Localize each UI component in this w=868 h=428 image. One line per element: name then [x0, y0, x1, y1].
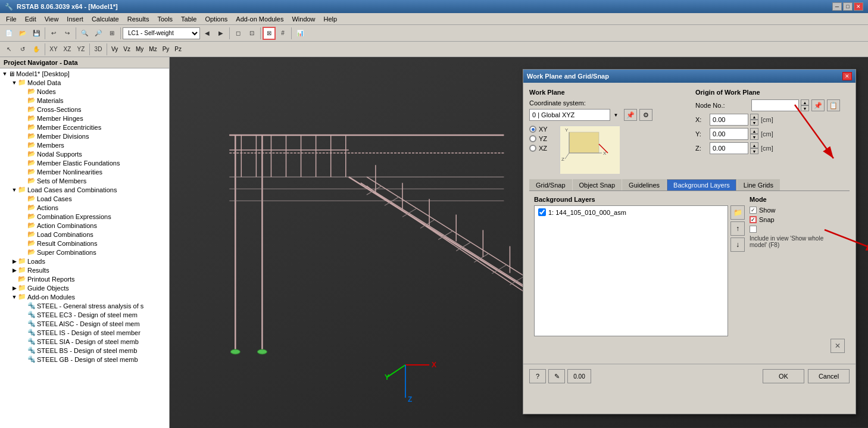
new-btn[interactable]: 📄	[2, 27, 15, 40]
tree-result-combinations[interactable]: 📂 Result Combinations	[1, 239, 168, 248]
menu-help[interactable]: Help	[320, 15, 341, 23]
number-btn[interactable]: 0.00	[567, 369, 591, 383]
cancel-btn[interactable]: Cancel	[808, 369, 850, 383]
tab-object-snap[interactable]: Object Snap	[573, 179, 622, 190]
coord-system-input[interactable]	[529, 109, 622, 121]
move-up-btn[interactable]: ↑	[730, 221, 745, 236]
show-checkbox-item[interactable]: ✓ Show	[750, 207, 845, 214]
tree-members[interactable]: 📂 Members	[1, 140, 168, 149]
close-btn[interactable]: ✕	[854, 2, 863, 11]
tree-add-on-modules[interactable]: ▼ 📁 Add-on Modules	[1, 292, 168, 301]
tree-combo-expressions[interactable]: 📂 Combination Expressions	[1, 212, 168, 221]
select-btn[interactable]: ↖	[2, 43, 15, 56]
y-input[interactable]	[710, 128, 748, 140]
lcc-toggle[interactable]: ▼	[11, 186, 18, 193]
loads-toggle[interactable]: ▶	[11, 258, 18, 265]
tree-cross-sections[interactable]: 📂 Cross-Sections	[1, 105, 168, 114]
menu-results[interactable]: Results	[124, 15, 153, 23]
tree-materials[interactable]: 📂 Materials	[1, 96, 168, 105]
menu-window[interactable]: Window	[288, 15, 319, 23]
tree-load-cases-combo[interactable]: ▼ 📁 Load Cases and Combinations	[1, 185, 168, 194]
dialog-close-btn[interactable]: ✕	[842, 72, 852, 80]
show-checkbox[interactable]: ✓	[750, 207, 757, 214]
tree-steel-bs[interactable]: 🔩 STEEL BS - Design of steel memb	[1, 346, 168, 355]
zoom-in-btn[interactable]: 🔍	[78, 27, 91, 40]
x-spin-down[interactable]: ▼	[750, 120, 758, 126]
radio-xz[interactable]: XZ	[529, 145, 548, 152]
node-no-input[interactable]	[751, 99, 799, 111]
tree-steel-aisc[interactable]: 🔩 STEEL AISC - Design of steel mem	[1, 319, 168, 328]
menu-options[interactable]: Options	[201, 15, 231, 23]
menu-tools[interactable]: Tools	[154, 15, 176, 23]
include-checkbox[interactable]	[750, 226, 757, 233]
coord-system-combo-wrapper[interactable]: ▼	[529, 109, 622, 121]
tree-member-elastic[interactable]: 📂 Member Elastic Foundations	[1, 158, 168, 167]
menu-table[interactable]: Table	[177, 15, 200, 23]
tree-member-hinges[interactable]: 📂 Member Hinges	[1, 114, 168, 123]
add-layer-btn[interactable]: 📁	[730, 205, 745, 220]
tree-actions[interactable]: 📂 Actions	[1, 203, 168, 212]
bg-list-item-1[interactable]: 1: 144_105_010_000_asm	[536, 207, 726, 217]
node-no-spin-down[interactable]: ▼	[801, 105, 809, 111]
snap-checkbox-item[interactable]: ✓ Snap	[750, 216, 845, 223]
move-down-btn[interactable]: ↓	[730, 238, 745, 252]
tree-sets-of-members[interactable]: 📂 Sets of Members	[1, 176, 168, 185]
view-3d-btn[interactable]: 3D	[92, 43, 105, 56]
view-yz-btn[interactable]: YZ	[74, 43, 88, 56]
node-pick-btn[interactable]: 📌	[811, 99, 825, 111]
tree-load-combinations[interactable]: 📂 Load Combinations	[1, 230, 168, 239]
menu-add-on[interactable]: Add-on Modules	[232, 15, 287, 23]
radio-yz[interactable]: YZ	[529, 135, 548, 142]
render-btn[interactable]: ◻	[232, 27, 245, 40]
nodes-toggle[interactable]	[20, 88, 27, 95]
tree-nodal-supports[interactable]: 📂 Nodal Supports	[1, 149, 168, 158]
tree-results[interactable]: ▶ 📁 Results	[1, 265, 168, 274]
view-xy-btn[interactable]: XY	[47, 43, 60, 56]
y-spin-up[interactable]: ▲	[750, 128, 758, 134]
menu-view[interactable]: View	[41, 15, 63, 23]
snap-checkbox[interactable]: ✓	[750, 216, 757, 223]
coord-pick-btn[interactable]: 📌	[624, 109, 637, 121]
addon-toggle[interactable]: ▼	[11, 293, 18, 301]
coord-dropdown-arrow[interactable]: ▼	[610, 109, 622, 121]
tab-line-grids[interactable]: Line Grids	[737, 179, 780, 190]
rotate-btn[interactable]: ↺	[16, 43, 29, 56]
tree-super-combinations[interactable]: 📂 Super Combinations	[1, 248, 168, 257]
ok-btn[interactable]: OK	[763, 369, 804, 383]
delete-layer-btn[interactable]: ✕	[830, 339, 845, 353]
tab-background-layers[interactable]: Background Layers	[667, 179, 736, 190]
z-input[interactable]	[710, 142, 748, 154]
root-toggle[interactable]: ▼	[1, 70, 8, 77]
coord-more-btn[interactable]: ⚙	[639, 109, 652, 121]
save-btn[interactable]: 💾	[30, 27, 43, 40]
tree-load-cases[interactable]: 📂 Load Cases	[1, 194, 168, 203]
z-spin-up[interactable]: ▲	[750, 142, 758, 148]
tree-member-eccentricities[interactable]: 📂 Member Eccentricities	[1, 123, 168, 132]
tab-guidelines[interactable]: Guidelines	[622, 179, 666, 190]
node-no-spin-up[interactable]: ▲	[801, 99, 809, 105]
load-case-combo[interactable]: LC1 - Self-weight	[123, 27, 200, 39]
tree-member-divisions[interactable]: 📂 Member Divisions	[1, 132, 168, 140]
bg-item-checkbox-1[interactable]	[538, 208, 546, 216]
redo-btn[interactable]: ↪	[61, 27, 74, 40]
tree-steel-is[interactable]: 🔩 STEEL IS - Design of steel member	[1, 328, 168, 337]
prev-lc-btn[interactable]: ◀	[201, 27, 214, 40]
grid-btn[interactable]: #	[276, 27, 289, 40]
wire-btn[interactable]: ⊡	[245, 27, 258, 40]
tree-steel-gb[interactable]: 🔩 STEEL GB - Design of steel memb	[1, 355, 168, 364]
tree-nodes[interactable]: 📂 Nodes	[1, 87, 168, 96]
minimize-btn[interactable]: ─	[832, 2, 842, 11]
radio-xy[interactable]: XY	[529, 126, 548, 133]
pan-btn[interactable]: ✋	[30, 43, 43, 56]
menu-edit[interactable]: Edit	[21, 15, 40, 23]
maximize-btn[interactable]: □	[843, 2, 853, 11]
tree-container[interactable]: ▼ 🖥 Model1* [Desktop] ▼ 📁 Model Data 📂 N…	[0, 68, 169, 428]
edit-btn[interactable]: ✎	[548, 369, 565, 383]
menu-file[interactable]: File	[2, 15, 20, 23]
tree-steel-general[interactable]: 🔩 STEEL - General stress analysis of s	[1, 301, 168, 310]
tree-root[interactable]: ▼ 🖥 Model1* [Desktop]	[1, 70, 168, 78]
menu-calculate[interactable]: Calculate	[88, 15, 123, 23]
tree-member-nonlinearities[interactable]: 📂 Member Nonlinearities	[1, 167, 168, 176]
x-input[interactable]	[710, 114, 748, 126]
tree-guide-objects[interactable]: ▶ 📁 Guide Objects	[1, 283, 168, 292]
